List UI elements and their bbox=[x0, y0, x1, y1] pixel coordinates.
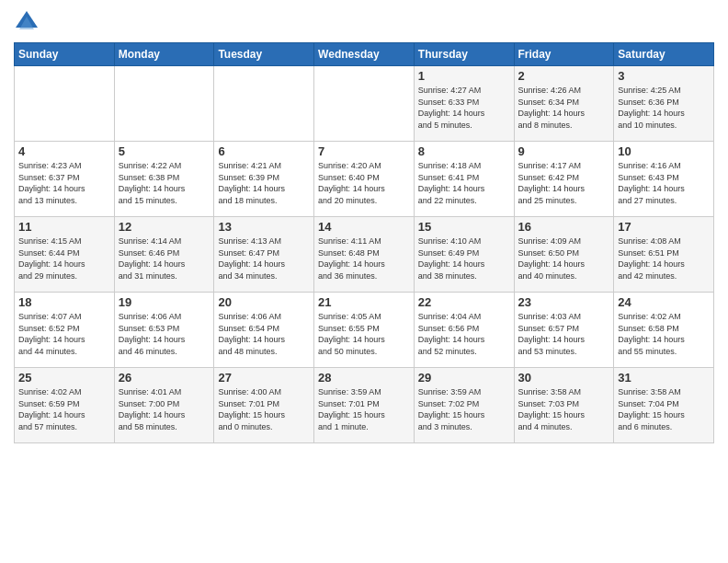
weekday-header-row: SundayMondayTuesdayWednesdayThursdayFrid… bbox=[15, 43, 714, 66]
day-info: Sunrise: 3:59 AM Sunset: 7:01 PM Dayligh… bbox=[318, 386, 410, 432]
day-number: 13 bbox=[218, 220, 310, 234]
day-cell: 6Sunrise: 4:21 AM Sunset: 6:39 PM Daylig… bbox=[214, 142, 314, 217]
day-number: 17 bbox=[618, 220, 710, 234]
day-number: 4 bbox=[18, 144, 110, 158]
day-cell: 22Sunrise: 4:04 AM Sunset: 6:56 PM Dayli… bbox=[414, 293, 514, 368]
day-number: 19 bbox=[119, 295, 210, 309]
day-number: 25 bbox=[18, 371, 110, 385]
day-number: 28 bbox=[318, 371, 410, 385]
day-cell: 3Sunrise: 4:25 AM Sunset: 6:36 PM Daylig… bbox=[614, 66, 714, 142]
day-info: Sunrise: 4:16 AM Sunset: 6:43 PM Dayligh… bbox=[618, 160, 710, 206]
weekday-tuesday: Tuesday bbox=[214, 43, 314, 66]
day-cell: 21Sunrise: 4:05 AM Sunset: 6:55 PM Dayli… bbox=[314, 293, 415, 368]
day-number: 30 bbox=[518, 371, 610, 385]
day-number: 21 bbox=[318, 295, 410, 309]
day-number: 9 bbox=[518, 144, 610, 158]
week-row-5: 25Sunrise: 4:02 AM Sunset: 6:59 PM Dayli… bbox=[15, 368, 714, 443]
page: SundayMondayTuesdayWednesdayThursdayFrid… bbox=[0, 0, 728, 563]
day-info: Sunrise: 4:03 AM Sunset: 6:57 PM Dayligh… bbox=[518, 311, 610, 357]
day-number: 8 bbox=[418, 144, 510, 158]
weekday-wednesday: Wednesday bbox=[314, 43, 415, 66]
weekday-thursday: Thursday bbox=[414, 43, 514, 66]
day-info: Sunrise: 4:02 AM Sunset: 6:58 PM Dayligh… bbox=[618, 311, 710, 357]
day-cell: 20Sunrise: 4:06 AM Sunset: 6:54 PM Dayli… bbox=[214, 293, 314, 368]
day-info: Sunrise: 4:18 AM Sunset: 6:41 PM Dayligh… bbox=[418, 160, 510, 206]
day-info: Sunrise: 4:14 AM Sunset: 6:46 PM Dayligh… bbox=[119, 236, 210, 282]
day-number: 5 bbox=[119, 144, 210, 158]
day-number: 22 bbox=[418, 295, 510, 309]
day-info: Sunrise: 4:23 AM Sunset: 6:37 PM Dayligh… bbox=[18, 160, 110, 206]
day-info: Sunrise: 4:07 AM Sunset: 6:52 PM Dayligh… bbox=[18, 311, 110, 357]
day-number: 24 bbox=[618, 295, 710, 309]
day-cell: 1Sunrise: 4:27 AM Sunset: 6:33 PM Daylig… bbox=[414, 66, 514, 142]
day-info: Sunrise: 4:08 AM Sunset: 6:51 PM Dayligh… bbox=[618, 236, 710, 282]
logo-icon bbox=[14, 9, 40, 35]
week-row-2: 4Sunrise: 4:23 AM Sunset: 6:37 PM Daylig… bbox=[15, 142, 714, 217]
day-cell bbox=[15, 66, 115, 142]
day-cell: 31Sunrise: 3:58 AM Sunset: 7:04 PM Dayli… bbox=[614, 368, 714, 443]
day-info: Sunrise: 3:58 AM Sunset: 7:04 PM Dayligh… bbox=[618, 386, 710, 432]
day-number: 20 bbox=[218, 295, 310, 309]
day-info: Sunrise: 4:13 AM Sunset: 6:47 PM Dayligh… bbox=[218, 236, 310, 282]
day-number: 6 bbox=[218, 144, 310, 158]
day-info: Sunrise: 4:04 AM Sunset: 6:56 PM Dayligh… bbox=[418, 311, 510, 357]
day-cell: 5Sunrise: 4:22 AM Sunset: 6:38 PM Daylig… bbox=[114, 142, 214, 217]
day-number: 2 bbox=[518, 69, 610, 83]
week-row-1: 1Sunrise: 4:27 AM Sunset: 6:33 PM Daylig… bbox=[15, 66, 714, 142]
day-cell: 4Sunrise: 4:23 AM Sunset: 6:37 PM Daylig… bbox=[15, 142, 115, 217]
day-cell: 16Sunrise: 4:09 AM Sunset: 6:50 PM Dayli… bbox=[514, 217, 614, 293]
day-cell: 7Sunrise: 4:20 AM Sunset: 6:40 PM Daylig… bbox=[314, 142, 415, 217]
day-info: Sunrise: 4:02 AM Sunset: 6:59 PM Dayligh… bbox=[18, 386, 110, 432]
day-cell: 10Sunrise: 4:16 AM Sunset: 6:43 PM Dayli… bbox=[614, 142, 714, 217]
day-info: Sunrise: 3:58 AM Sunset: 7:03 PM Dayligh… bbox=[518, 386, 610, 432]
day-number: 1 bbox=[418, 69, 510, 83]
day-cell: 12Sunrise: 4:14 AM Sunset: 6:46 PM Dayli… bbox=[114, 217, 214, 293]
calendar: SundayMondayTuesdayWednesdayThursdayFrid… bbox=[14, 42, 714, 443]
day-info: Sunrise: 4:20 AM Sunset: 6:40 PM Dayligh… bbox=[318, 160, 410, 206]
day-info: Sunrise: 4:25 AM Sunset: 6:36 PM Dayligh… bbox=[618, 85, 710, 131]
day-info: Sunrise: 4:15 AM Sunset: 6:44 PM Dayligh… bbox=[18, 236, 110, 282]
day-cell: 26Sunrise: 4:01 AM Sunset: 7:00 PM Dayli… bbox=[114, 368, 214, 443]
day-cell: 24Sunrise: 4:02 AM Sunset: 6:58 PM Dayli… bbox=[614, 293, 714, 368]
day-number: 23 bbox=[518, 295, 610, 309]
day-info: Sunrise: 4:27 AM Sunset: 6:33 PM Dayligh… bbox=[418, 85, 510, 131]
logo bbox=[14, 9, 43, 35]
day-cell: 11Sunrise: 4:15 AM Sunset: 6:44 PM Dayli… bbox=[15, 217, 115, 293]
day-cell bbox=[114, 66, 214, 142]
day-info: Sunrise: 4:22 AM Sunset: 6:38 PM Dayligh… bbox=[119, 160, 210, 206]
weekday-saturday: Saturday bbox=[614, 43, 714, 66]
week-row-3: 11Sunrise: 4:15 AM Sunset: 6:44 PM Dayli… bbox=[15, 217, 714, 293]
day-info: Sunrise: 4:09 AM Sunset: 6:50 PM Dayligh… bbox=[518, 236, 610, 282]
day-number: 12 bbox=[119, 220, 210, 234]
day-number: 31 bbox=[618, 371, 710, 385]
day-number: 27 bbox=[218, 371, 310, 385]
day-cell: 8Sunrise: 4:18 AM Sunset: 6:41 PM Daylig… bbox=[414, 142, 514, 217]
day-cell: 2Sunrise: 4:26 AM Sunset: 6:34 PM Daylig… bbox=[514, 66, 614, 142]
weekday-friday: Friday bbox=[514, 43, 614, 66]
day-info: Sunrise: 4:10 AM Sunset: 6:49 PM Dayligh… bbox=[418, 236, 510, 282]
day-number: 18 bbox=[18, 295, 110, 309]
day-number: 14 bbox=[318, 220, 410, 234]
day-number: 11 bbox=[18, 220, 110, 234]
day-info: Sunrise: 3:59 AM Sunset: 7:02 PM Dayligh… bbox=[418, 386, 510, 432]
day-cell: 19Sunrise: 4:06 AM Sunset: 6:53 PM Dayli… bbox=[114, 293, 214, 368]
weekday-monday: Monday bbox=[114, 43, 214, 66]
day-info: Sunrise: 4:21 AM Sunset: 6:39 PM Dayligh… bbox=[218, 160, 310, 206]
day-number: 3 bbox=[618, 69, 710, 83]
day-cell: 17Sunrise: 4:08 AM Sunset: 6:51 PM Dayli… bbox=[614, 217, 714, 293]
day-info: Sunrise: 4:06 AM Sunset: 6:53 PM Dayligh… bbox=[119, 311, 210, 357]
day-number: 29 bbox=[418, 371, 510, 385]
day-info: Sunrise: 4:17 AM Sunset: 6:42 PM Dayligh… bbox=[518, 160, 610, 206]
day-info: Sunrise: 4:26 AM Sunset: 6:34 PM Dayligh… bbox=[518, 85, 610, 131]
day-cell: 9Sunrise: 4:17 AM Sunset: 6:42 PM Daylig… bbox=[514, 142, 614, 217]
day-cell: 13Sunrise: 4:13 AM Sunset: 6:47 PM Dayli… bbox=[214, 217, 314, 293]
day-cell: 25Sunrise: 4:02 AM Sunset: 6:59 PM Dayli… bbox=[15, 368, 115, 443]
day-cell bbox=[214, 66, 314, 142]
day-cell: 27Sunrise: 4:00 AM Sunset: 7:01 PM Dayli… bbox=[214, 368, 314, 443]
day-info: Sunrise: 4:06 AM Sunset: 6:54 PM Dayligh… bbox=[218, 311, 310, 357]
day-cell: 18Sunrise: 4:07 AM Sunset: 6:52 PM Dayli… bbox=[15, 293, 115, 368]
week-row-4: 18Sunrise: 4:07 AM Sunset: 6:52 PM Dayli… bbox=[15, 293, 714, 368]
day-cell: 30Sunrise: 3:58 AM Sunset: 7:03 PM Dayli… bbox=[514, 368, 614, 443]
day-number: 16 bbox=[518, 220, 610, 234]
header bbox=[14, 9, 714, 35]
